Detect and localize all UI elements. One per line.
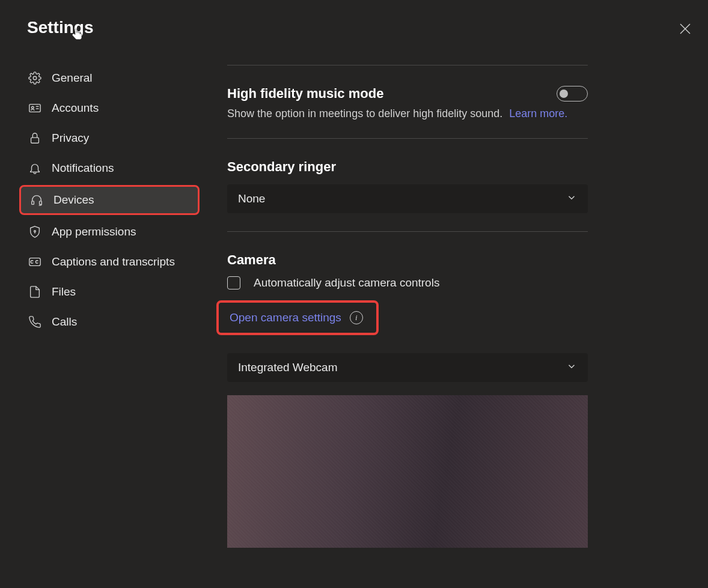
- shield-key-icon: [28, 225, 42, 239]
- lock-icon: [28, 131, 42, 145]
- sidebar-item-label: Accounts: [52, 102, 99, 115]
- open-camera-settings-row: Open camera settings i: [216, 300, 379, 335]
- phone-icon: [28, 315, 42, 329]
- sidebar-item-calls[interactable]: Calls: [19, 309, 200, 335]
- camera-section: Camera Automatically adjust camera contr…: [227, 252, 588, 566]
- divider: [227, 231, 588, 232]
- bell-icon: [28, 161, 42, 175]
- sidebar-item-app-permissions[interactable]: App permissions: [19, 219, 200, 245]
- svg-point-10: [34, 231, 36, 232]
- svg-point-2: [33, 76, 37, 80]
- gear-icon: [28, 71, 42, 85]
- divider: [227, 65, 588, 65]
- chevron-down-icon: [566, 361, 577, 375]
- sidebar-item-notifications[interactable]: Notifications: [19, 155, 200, 181]
- sidebar-item-files[interactable]: Files: [19, 279, 200, 305]
- svg-rect-8: [32, 201, 34, 205]
- file-icon: [28, 285, 42, 299]
- sidebar-item-accounts[interactable]: Accounts: [19, 95, 200, 121]
- camera-device-select[interactable]: Integrated Webcam: [227, 353, 588, 382]
- hifi-description: Show the option in meetings to deliver h…: [227, 108, 588, 120]
- settings-sidebar: General Accounts Privacy Notifications D…: [19, 65, 200, 339]
- close-button[interactable]: [678, 22, 692, 36]
- info-icon[interactable]: i: [350, 311, 363, 324]
- camera-device-value: Integrated Webcam: [238, 361, 337, 374]
- svg-point-4: [32, 106, 34, 109]
- sidebar-item-label: App permissions: [52, 225, 136, 238]
- ringer-title: Secondary ringer: [227, 159, 336, 175]
- auto-adjust-row: Automatically adjust camera controls: [227, 276, 588, 289]
- page-header: Settings: [27, 18, 93, 37]
- auto-adjust-checkbox[interactable]: [227, 276, 240, 289]
- ringer-section: Secondary ringer None: [227, 159, 588, 231]
- sidebar-item-label: Devices: [53, 193, 94, 207]
- hifi-title: High fidelity music mode: [227, 86, 383, 102]
- divider: [227, 138, 588, 139]
- hifi-learn-more-link[interactable]: Learn more.: [509, 108, 567, 120]
- headset-icon: [29, 193, 44, 207]
- camera-title: Camera: [227, 252, 276, 268]
- hifi-section: High fidelity music mode Show the option…: [227, 86, 588, 138]
- ringer-select[interactable]: None: [227, 184, 588, 213]
- sidebar-item-label: Calls: [52, 315, 77, 329]
- page-title: Settings: [27, 18, 93, 37]
- hifi-toggle[interactable]: [557, 86, 588, 102]
- sidebar-item-general[interactable]: General: [19, 65, 200, 91]
- sidebar-item-label: General: [52, 71, 93, 85]
- sidebar-item-captions[interactable]: Captions and transcripts: [19, 249, 200, 275]
- svg-rect-7: [31, 138, 39, 143]
- sidebar-item-label: Files: [52, 285, 76, 299]
- chevron-down-icon: [566, 192, 577, 206]
- captions-icon: [28, 255, 42, 269]
- sidebar-item-label: Privacy: [52, 132, 89, 145]
- svg-rect-9: [40, 201, 42, 205]
- sidebar-item-privacy[interactable]: Privacy: [19, 125, 200, 151]
- id-card-icon: [28, 101, 42, 115]
- settings-main: High fidelity music mode Show the option…: [227, 65, 588, 566]
- ringer-select-value: None: [238, 192, 265, 205]
- open-camera-settings-link[interactable]: Open camera settings: [230, 311, 341, 324]
- sidebar-item-label: Notifications: [52, 162, 114, 175]
- sidebar-item-label: Captions and transcripts: [52, 255, 175, 268]
- svg-rect-3: [29, 105, 40, 112]
- camera-preview: [227, 395, 588, 548]
- sidebar-item-devices[interactable]: Devices: [19, 185, 200, 215]
- auto-adjust-label: Automatically adjust camera controls: [254, 276, 439, 289]
